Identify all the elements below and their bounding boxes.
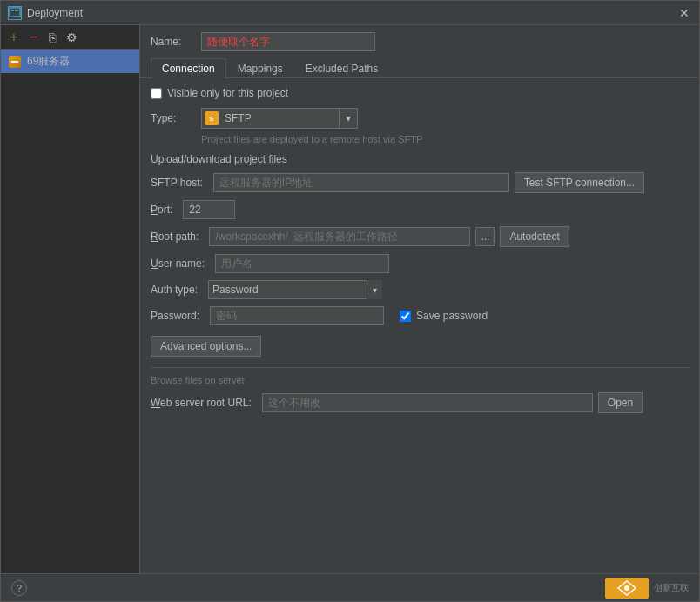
window-title: Deployment: [27, 7, 676, 19]
tab-excluded-paths[interactable]: Excluded Paths: [294, 58, 389, 78]
svg-rect-1: [11, 10, 14, 11]
sftp-hint: Project files are deployed to a remote h…: [201, 134, 689, 144]
username-input[interactable]: [215, 254, 389, 273]
sftp-host-field-row: Test SFTP connection...: [213, 172, 689, 193]
username-row: User name:: [151, 254, 689, 273]
server-icon: [8, 55, 22, 69]
close-button[interactable]: ✕: [676, 5, 692, 21]
sidebar-item-server[interactable]: 69服务器: [1, 50, 139, 73]
section-divider: [151, 367, 689, 368]
sidebar-item-label: 69服务器: [27, 54, 70, 69]
open-button[interactable]: Open: [598, 392, 643, 413]
name-input[interactable]: [201, 32, 375, 51]
web-url-input[interactable]: [262, 393, 593, 412]
auth-type-field-row: Password Key pair OpenSSH config ▾: [208, 280, 689, 299]
type-label: Type:: [151, 112, 194, 124]
logo-icon: [605, 578, 649, 599]
svg-rect-2: [15, 10, 18, 11]
sftp-host-row: SFTP host: Test SFTP connection...: [151, 172, 689, 193]
name-row: Name:: [140, 25, 699, 58]
save-password-row: Save password: [400, 310, 488, 322]
auth-type-label: Auth type:: [151, 284, 201, 296]
web-url-field-row: Open: [262, 392, 689, 413]
svg-point-4: [624, 585, 629, 591]
logo-text: 创新互联: [654, 582, 689, 594]
visible-only-checkbox[interactable]: [151, 88, 162, 99]
title-bar: Deployment ✕: [1, 1, 699, 25]
help-icon[interactable]: ?: [11, 580, 27, 596]
tab-mappings[interactable]: Mappings: [226, 58, 294, 78]
upload-section-title: Upload/download project files: [151, 153, 689, 165]
main-panel: Name: Connection Mappings Excluded Paths…: [140, 25, 699, 573]
root-path-label: Root path:: [151, 231, 202, 243]
visible-only-row: Visible only for this project: [151, 87, 689, 99]
remove-server-button[interactable]: −: [25, 30, 41, 45]
type-dropdown-arrow[interactable]: ▾: [339, 108, 358, 129]
browse-section-title: Browse files on server: [151, 375, 689, 385]
auth-select-wrapper: Password Key pair OpenSSH config ▾: [208, 280, 382, 299]
settings-button[interactable]: ⚙: [64, 30, 79, 45]
username-label: User name:: [151, 258, 208, 270]
auth-type-row: Auth type: Password Key pair OpenSSH con…: [151, 280, 689, 299]
type-select[interactable]: SFTP: [201, 108, 358, 129]
name-label: Name:: [151, 36, 194, 48]
root-path-row: Root path: ... Autodetect: [151, 226, 689, 247]
save-password-label: Save password: [416, 310, 488, 322]
svg-rect-0: [10, 8, 20, 17]
root-path-input[interactable]: [209, 227, 470, 246]
autodetect-button[interactable]: Autodetect: [500, 226, 569, 247]
sidebar: + − ⎘ ⚙ 69服务器: [1, 25, 140, 573]
deployment-window: Deployment ✕ + − ⎘ ⚙ 69服务器 Name:: [0, 0, 700, 602]
root-path-field-row: ... Autodetect: [209, 226, 689, 247]
type-select-wrapper: S SFTP ▾: [201, 108, 358, 129]
bottom-logo: 创新互联: [605, 578, 689, 599]
panel-content: Visible only for this project Type: S SF…: [140, 78, 699, 573]
tabs: Connection Mappings Excluded Paths: [140, 58, 699, 78]
advanced-options-button[interactable]: Advanced options...: [151, 336, 261, 357]
advanced-options-area: Advanced options...: [151, 336, 689, 357]
tab-connection[interactable]: Connection: [151, 58, 226, 78]
visible-only-label: Visible only for this project: [167, 87, 288, 99]
sftp-host-label: SFTP host:: [151, 177, 206, 189]
auth-type-select[interactable]: Password Key pair OpenSSH config: [208, 280, 382, 299]
password-label: Password:: [151, 310, 203, 322]
password-row: Password: Save password: [151, 306, 689, 325]
main-content: + − ⎘ ⚙ 69服务器 Name: Connection Ma: [1, 25, 699, 573]
port-row: Port:: [151, 200, 689, 219]
root-path-browse-button[interactable]: ...: [475, 227, 495, 246]
username-field-row: [215, 254, 689, 273]
sftp-host-input[interactable]: [213, 173, 509, 192]
app-icon: [8, 6, 22, 20]
web-url-label: Web server root URL:: [151, 397, 255, 409]
bottom-bar: ? 创新互联: [1, 573, 699, 601]
add-server-button[interactable]: +: [6, 30, 22, 45]
save-password-checkbox[interactable]: [400, 311, 411, 322]
web-url-row: Web server root URL: Open: [151, 392, 689, 413]
copy-server-button[interactable]: ⎘: [44, 30, 60, 45]
port-field-row: [183, 200, 689, 219]
type-row: Type: S SFTP ▾: [151, 108, 689, 129]
sidebar-toolbar: + − ⎘ ⚙: [1, 25, 139, 50]
password-field-row: Save password: [210, 306, 689, 325]
port-label: Port:: [151, 204, 176, 216]
password-input[interactable]: [210, 306, 384, 325]
port-input[interactable]: [183, 200, 235, 219]
test-connection-button[interactable]: Test SFTP connection...: [515, 172, 644, 193]
